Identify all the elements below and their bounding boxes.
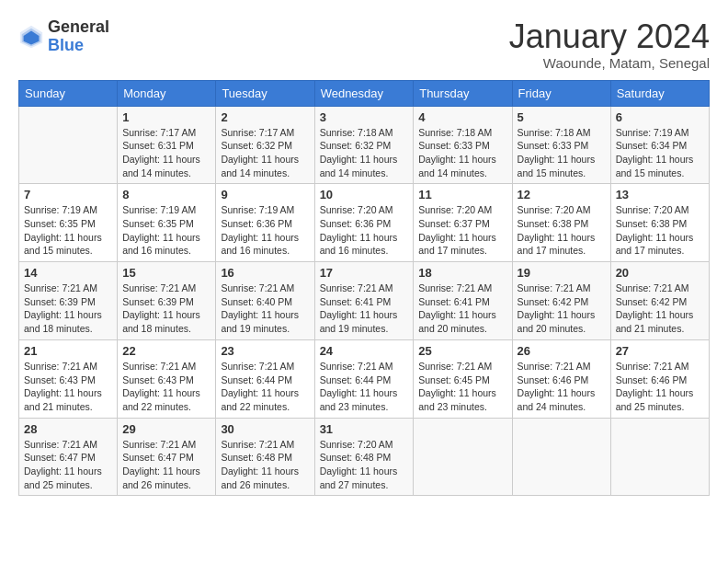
day-number: 2: [221, 110, 309, 124]
calendar-cell: 1 Sunrise: 7:17 AMSunset: 6:31 PMDayligh…: [118, 106, 216, 184]
calendar-cell: 27 Sunrise: 7:21 AMSunset: 6:46 PMDaylig…: [610, 339, 709, 418]
day-number: 16: [221, 266, 309, 280]
day-info: Sunrise: 7:21 AMSunset: 6:43 PMDaylight:…: [122, 360, 210, 414]
calendar-cell: 28 Sunrise: 7:21 AMSunset: 6:47 PMDaylig…: [19, 418, 118, 496]
calendar-cell: 2 Sunrise: 7:17 AMSunset: 6:32 PMDayligh…: [216, 106, 314, 184]
day-info: Sunrise: 7:20 AMSunset: 6:48 PMDaylight:…: [320, 438, 409, 492]
month-title: January 2024: [509, 18, 710, 55]
header-tuesday: Tuesday: [216, 80, 314, 106]
day-number: 31: [320, 422, 409, 436]
day-info: Sunrise: 7:21 AMSunset: 6:47 PMDaylight:…: [122, 438, 210, 492]
day-number: 25: [418, 344, 506, 358]
day-info: Sunrise: 7:20 AMSunset: 6:38 PMDaylight:…: [518, 203, 606, 258]
day-info: Sunrise: 7:19 AMSunset: 6:36 PMDaylight:…: [221, 203, 309, 258]
day-number: 24: [320, 344, 409, 358]
calendar-cell: 12 Sunrise: 7:20 AMSunset: 6:38 PMDaylig…: [512, 184, 610, 262]
day-info: Sunrise: 7:17 AMSunset: 6:31 PMDaylight:…: [122, 126, 210, 180]
day-info: Sunrise: 7:18 AMSunset: 6:33 PMDaylight:…: [518, 126, 606, 180]
day-number: 5: [518, 110, 606, 124]
day-number: 15: [122, 266, 210, 280]
day-number: 3: [320, 110, 409, 124]
calendar-cell: 15 Sunrise: 7:21 AMSunset: 6:39 PMDaylig…: [118, 262, 216, 340]
logo-icon: [18, 24, 44, 50]
day-number: 21: [24, 344, 112, 358]
day-number: 14: [24, 266, 112, 280]
calendar-cell: 20 Sunrise: 7:21 AMSunset: 6:42 PMDaylig…: [610, 262, 709, 340]
calendar-week-row: 21 Sunrise: 7:21 AMSunset: 6:43 PMDaylig…: [19, 339, 710, 418]
day-number: 7: [24, 188, 112, 201]
calendar-week-row: 7 Sunrise: 7:19 AMSunset: 6:35 PMDayligh…: [19, 184, 710, 262]
day-info: Sunrise: 7:21 AMSunset: 6:39 PMDaylight:…: [24, 282, 112, 336]
calendar-header-row: Sunday Monday Tuesday Wednesday Thursday…: [19, 80, 710, 106]
day-number: 11: [418, 188, 506, 201]
calendar-cell: [19, 106, 118, 184]
day-info: Sunrise: 7:19 AMSunset: 6:34 PMDaylight:…: [616, 126, 704, 180]
day-info: Sunrise: 7:21 AMSunset: 6:40 PMDaylight:…: [221, 282, 309, 336]
day-number: 17: [320, 266, 409, 280]
calendar-cell: 7 Sunrise: 7:19 AMSunset: 6:35 PMDayligh…: [19, 184, 118, 262]
day-info: Sunrise: 7:21 AMSunset: 6:42 PMDaylight:…: [616, 282, 704, 336]
calendar-cell: 5 Sunrise: 7:18 AMSunset: 6:33 PMDayligh…: [512, 106, 610, 184]
day-info: Sunrise: 7:21 AMSunset: 6:48 PMDaylight:…: [221, 438, 309, 492]
day-number: 8: [122, 188, 210, 201]
page-header: General Blue January 2024 Waounde, Matam…: [18, 18, 710, 71]
day-info: Sunrise: 7:21 AMSunset: 6:44 PMDaylight:…: [320, 360, 409, 414]
header-friday: Friday: [512, 80, 610, 106]
day-number: 1: [122, 110, 210, 124]
day-info: Sunrise: 7:21 AMSunset: 6:43 PMDaylight:…: [24, 360, 112, 414]
day-info: Sunrise: 7:20 AMSunset: 6:37 PMDaylight:…: [418, 203, 506, 258]
calendar-week-row: 14 Sunrise: 7:21 AMSunset: 6:39 PMDaylig…: [19, 262, 710, 340]
day-number: 19: [518, 266, 606, 280]
day-number: 12: [518, 188, 606, 201]
calendar-cell: 18 Sunrise: 7:21 AMSunset: 6:41 PMDaylig…: [414, 262, 512, 340]
calendar-cell: 25 Sunrise: 7:21 AMSunset: 6:45 PMDaylig…: [414, 339, 512, 418]
day-number: 10: [320, 188, 409, 201]
calendar-cell: 3 Sunrise: 7:18 AMSunset: 6:32 PMDayligh…: [314, 106, 414, 184]
calendar-cell: [414, 418, 512, 496]
calendar-cell: 21 Sunrise: 7:21 AMSunset: 6:43 PMDaylig…: [19, 339, 118, 418]
day-info: Sunrise: 7:21 AMSunset: 6:41 PMDaylight:…: [418, 282, 506, 336]
calendar-table: Sunday Monday Tuesday Wednesday Thursday…: [18, 80, 710, 497]
calendar-week-row: 28 Sunrise: 7:21 AMSunset: 6:47 PMDaylig…: [19, 418, 710, 496]
location: Waounde, Matam, Senegal: [509, 55, 710, 71]
calendar-cell: 10 Sunrise: 7:20 AMSunset: 6:36 PMDaylig…: [314, 184, 414, 262]
day-info: Sunrise: 7:17 AMSunset: 6:32 PMDaylight:…: [221, 126, 309, 180]
day-info: Sunrise: 7:21 AMSunset: 6:47 PMDaylight:…: [24, 438, 112, 492]
calendar-cell: 30 Sunrise: 7:21 AMSunset: 6:48 PMDaylig…: [216, 418, 314, 496]
day-number: 27: [616, 344, 704, 358]
day-number: 28: [24, 422, 112, 436]
day-info: Sunrise: 7:20 AMSunset: 6:36 PMDaylight:…: [320, 203, 409, 258]
day-info: Sunrise: 7:20 AMSunset: 6:38 PMDaylight:…: [616, 203, 704, 258]
day-info: Sunrise: 7:19 AMSunset: 6:35 PMDaylight:…: [24, 203, 112, 258]
day-number: 13: [616, 188, 704, 201]
header-saturday: Saturday: [610, 80, 709, 106]
day-number: 6: [616, 110, 704, 124]
day-info: Sunrise: 7:18 AMSunset: 6:33 PMDaylight:…: [418, 126, 506, 180]
day-number: 29: [122, 422, 210, 436]
day-info: Sunrise: 7:18 AMSunset: 6:32 PMDaylight:…: [320, 126, 409, 180]
calendar-cell: 6 Sunrise: 7:19 AMSunset: 6:34 PMDayligh…: [610, 106, 709, 184]
calendar-cell: 8 Sunrise: 7:19 AMSunset: 6:35 PMDayligh…: [118, 184, 216, 262]
day-number: 26: [518, 344, 606, 358]
calendar-cell: 9 Sunrise: 7:19 AMSunset: 6:36 PMDayligh…: [216, 184, 314, 262]
day-info: Sunrise: 7:19 AMSunset: 6:35 PMDaylight:…: [122, 203, 210, 258]
header-thursday: Thursday: [414, 80, 512, 106]
day-info: Sunrise: 7:21 AMSunset: 6:42 PMDaylight:…: [518, 282, 606, 336]
day-number: 22: [122, 344, 210, 358]
calendar-cell: 24 Sunrise: 7:21 AMSunset: 6:44 PMDaylig…: [314, 339, 414, 418]
header-sunday: Sunday: [19, 80, 118, 106]
day-info: Sunrise: 7:21 AMSunset: 6:39 PMDaylight:…: [122, 282, 210, 336]
day-number: 23: [221, 344, 309, 358]
calendar-cell: 4 Sunrise: 7:18 AMSunset: 6:33 PMDayligh…: [414, 106, 512, 184]
title-block: January 2024 Waounde, Matam, Senegal: [509, 18, 710, 71]
calendar-week-row: 1 Sunrise: 7:17 AMSunset: 6:31 PMDayligh…: [19, 106, 710, 184]
calendar-cell: 22 Sunrise: 7:21 AMSunset: 6:43 PMDaylig…: [118, 339, 216, 418]
calendar-cell: 17 Sunrise: 7:21 AMSunset: 6:41 PMDaylig…: [314, 262, 414, 340]
calendar-cell: 14 Sunrise: 7:21 AMSunset: 6:39 PMDaylig…: [19, 262, 118, 340]
header-wednesday: Wednesday: [314, 80, 414, 106]
calendar-cell: 31 Sunrise: 7:20 AMSunset: 6:48 PMDaylig…: [314, 418, 414, 496]
calendar-cell: 16 Sunrise: 7:21 AMSunset: 6:40 PMDaylig…: [216, 262, 314, 340]
day-info: Sunrise: 7:21 AMSunset: 6:46 PMDaylight:…: [518, 360, 606, 414]
calendar-cell: [512, 418, 610, 496]
calendar-cell: 29 Sunrise: 7:21 AMSunset: 6:47 PMDaylig…: [118, 418, 216, 496]
